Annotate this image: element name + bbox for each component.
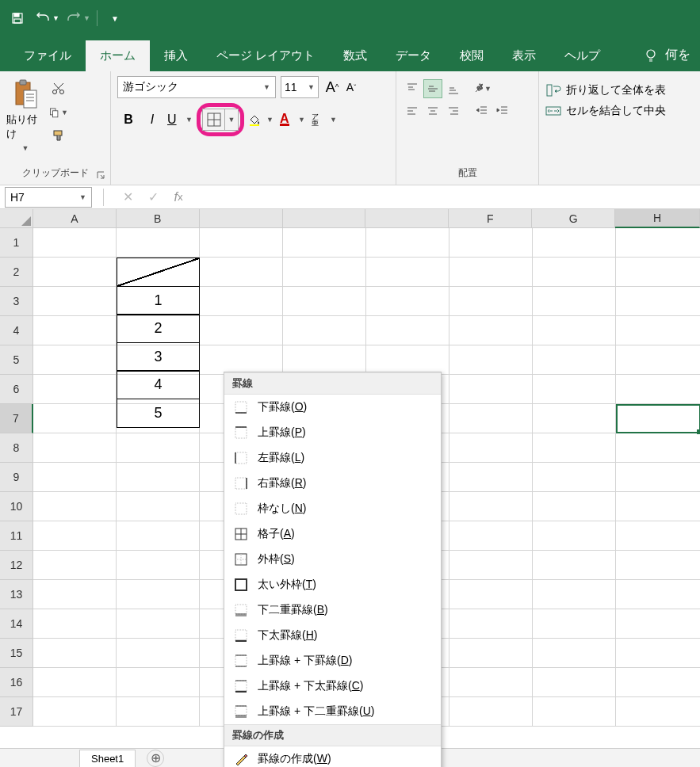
cell[interactable] — [449, 463, 533, 492]
cell[interactable] — [616, 433, 700, 463]
row-header-9[interactable]: 9 — [0, 463, 33, 492]
border-menu-item[interactable]: 格子(A) — [224, 521, 441, 547]
table-cell[interactable]: 4 — [117, 370, 200, 399]
cell[interactable] — [117, 521, 200, 551]
cell[interactable] — [33, 345, 117, 375]
cell[interactable] — [449, 287, 533, 316]
phonetic-button[interactable]: ア亜▼ — [309, 109, 339, 131]
cell[interactable] — [283, 287, 366, 316]
cell[interactable] — [449, 433, 533, 463]
redo-icon[interactable] — [63, 7, 85, 29]
row-header-16[interactable]: 16 — [0, 668, 33, 697]
row-header-10[interactable]: 10 — [0, 492, 33, 521]
cell[interactable] — [117, 433, 200, 463]
font-name-combo[interactable]: 游ゴシック ▼ — [117, 76, 276, 98]
cell[interactable] — [33, 521, 117, 551]
cell[interactable] — [33, 404, 117, 433]
border-menu-item[interactable]: 左罫線(L) — [224, 445, 441, 471]
align-top-button[interactable] — [403, 79, 422, 98]
cell[interactable] — [533, 316, 616, 345]
cell[interactable] — [533, 287, 616, 316]
save-icon[interactable] — [6, 7, 29, 29]
cell[interactable] — [616, 521, 700, 551]
italic-button[interactable]: I — [141, 109, 163, 131]
merge-center-button[interactable]: セルを結合して中央 — [545, 103, 694, 119]
cell[interactable] — [33, 463, 117, 492]
col-header-A[interactable]: A — [33, 209, 117, 228]
cell[interactable] — [449, 551, 533, 580]
cell[interactable] — [33, 639, 117, 668]
format-painter-button[interactable] — [49, 127, 68, 146]
row-header-1[interactable]: 1 — [0, 228, 33, 258]
cell[interactable] — [533, 580, 616, 609]
cell[interactable] — [533, 551, 616, 580]
cell[interactable] — [533, 228, 616, 258]
copy-button[interactable]: ▼ — [49, 103, 68, 122]
cell[interactable] — [200, 316, 283, 345]
cell[interactable] — [616, 316, 700, 345]
border-menu-item[interactable]: 上罫線 + 下罫線(D) — [224, 648, 441, 674]
row-header-17[interactable]: 17 — [0, 697, 33, 727]
col-header-E[interactable] — [365, 209, 449, 228]
cell[interactable] — [616, 697, 700, 727]
cell[interactable] — [449, 668, 533, 697]
row-header-6[interactable]: 6 — [0, 375, 33, 404]
table-cell[interactable]: 2 — [117, 314, 200, 343]
row-header-3[interactable]: 3 — [0, 287, 33, 316]
cell[interactable] — [533, 463, 616, 492]
tell-me-search[interactable]: 何を — [633, 39, 700, 71]
cell[interactable] — [449, 492, 533, 521]
border-menu-item[interactable]: 上罫線(P) — [224, 420, 441, 445]
cell[interactable] — [33, 609, 117, 639]
cell[interactable] — [117, 697, 200, 727]
cell[interactable] — [33, 492, 117, 521]
align-center-button[interactable] — [423, 101, 442, 120]
align-left-button[interactable] — [403, 101, 422, 120]
paste-button[interactable]: 貼り付け ▼ — [6, 76, 44, 166]
row-header-12[interactable]: 12 — [0, 551, 33, 580]
cell[interactable] — [449, 580, 533, 609]
row-header-13[interactable]: 13 — [0, 580, 33, 609]
cell[interactable] — [117, 492, 200, 521]
cell[interactable] — [616, 668, 700, 697]
cell[interactable] — [533, 375, 616, 404]
cell[interactable] — [533, 521, 616, 551]
table-cell-diag[interactable] — [117, 258, 200, 287]
cell[interactable] — [533, 433, 616, 463]
cell[interactable] — [33, 433, 117, 463]
cell[interactable] — [366, 345, 449, 375]
cell[interactable] — [449, 375, 533, 404]
cell[interactable] — [533, 609, 616, 639]
row-header-5[interactable]: 5 — [0, 345, 33, 375]
cell[interactable] — [616, 375, 700, 404]
align-middle-button[interactable] — [423, 79, 442, 98]
border-menu-item[interactable]: 罫線の作成(W) — [224, 746, 441, 767]
border-menu-item[interactable]: 外枠(S) — [224, 547, 441, 572]
cell[interactable] — [33, 316, 117, 345]
border-menu-item[interactable]: 下太罫線(H) — [224, 623, 441, 648]
cell[interactable] — [366, 258, 449, 287]
cell[interactable] — [616, 287, 700, 316]
enter-formula-button[interactable]: ✓ — [145, 189, 161, 204]
cell[interactable] — [117, 551, 200, 580]
cell[interactable] — [117, 463, 200, 492]
cell[interactable] — [449, 697, 533, 727]
row-header-2[interactable]: 2 — [0, 258, 33, 287]
grow-font-button[interactable]: A^ — [323, 76, 341, 98]
cell[interactable] — [616, 580, 700, 609]
tab-file[interactable]: ファイル — [10, 40, 86, 71]
cell[interactable] — [283, 316, 366, 345]
border-menu-item[interactable]: 下罫線(O) — [224, 395, 441, 420]
cell[interactable] — [616, 258, 700, 287]
tab-pagelayout[interactable]: ページ レイアウト — [202, 40, 329, 71]
cell[interactable] — [283, 345, 366, 375]
increase-indent-button[interactable] — [493, 101, 512, 120]
cell[interactable] — [616, 345, 700, 375]
cell[interactable] — [117, 228, 200, 258]
cell[interactable] — [449, 521, 533, 551]
name-box[interactable]: H7 ▼ — [5, 187, 92, 208]
select-all-corner[interactable] — [0, 209, 33, 228]
cell[interactable] — [283, 228, 366, 258]
border-button[interactable] — [202, 109, 224, 131]
cell[interactable] — [616, 228, 700, 258]
